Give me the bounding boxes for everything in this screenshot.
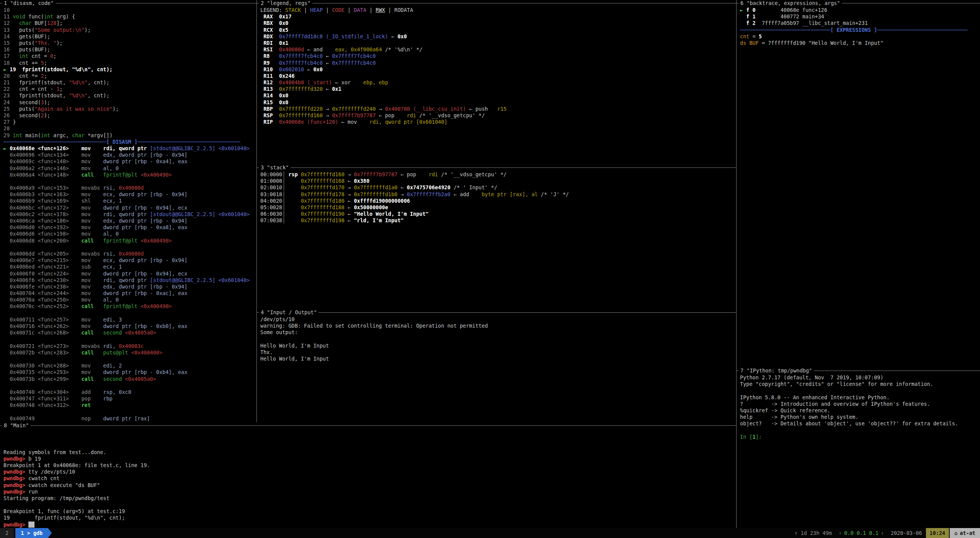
text-segment: 0 (50, 53, 53, 59)
text-segment: ───────────────────────────────── (138, 139, 240, 145)
pane-content-ipython[interactable]: Python 2.7.17 (default, Nov 7 2019, 10:0… (737, 374, 980, 528)
text-segment: 19 (10, 66, 16, 72)
pane-input-output[interactable]: 4 "Input / Output" /dev/pts/10warning: G… (257, 309, 736, 422)
text-segment: LEGEND: (260, 7, 285, 13)
text-segment: ; (59, 86, 62, 92)
text-segment: R10 (260, 66, 279, 72)
text-segment: pwndbg> (3, 522, 28, 528)
text-segment: 24 (3, 99, 13, 105)
terminal-line: 29 int main(int argc, char *argv[]) (3, 132, 257, 139)
pane-border-top: 4 "Input / Output" (257, 309, 736, 316)
text-segment: R14 (260, 92, 279, 98)
text-segment: ← (376, 112, 385, 118)
pane-title-backtrace: 6 "backtrace, expressions, args" (738, 0, 842, 7)
text-segment (215, 211, 219, 217)
terminal-line: 0x4006b9 <func+169> shl ecx, 1 (3, 198, 257, 204)
text-segment (3, 257, 10, 263)
pane-ipython[interactable]: 7 "IPython: tmp/pwndbg" Python 2.7.17 (d… (737, 367, 980, 528)
text-segment (13, 20, 19, 26)
text-segment: 0x4006c2 <func+178> mov (10, 211, 103, 217)
pane-backtrace[interactable]: 6 "backtrace, expressions, args" ► f 0 4… (737, 0, 980, 367)
text-segment: *argv[]) (84, 132, 112, 138)
text-segment: R8 (260, 53, 279, 59)
terminal-line: 0x400735 <func+293> mov dword ptr [rbp -… (3, 369, 257, 376)
pane-content-disasm-code[interactable]: 1011 void func(int arg) {12 char BUF[128… (0, 7, 257, 422)
text-segment: second( (13, 99, 41, 105)
terminal-line: /dev/pts/10 (260, 316, 736, 323)
text-segment: 0x40072b <func+283> (10, 349, 81, 356)
text-segment: 20 (3, 73, 13, 79)
text-segment: 0x400696 <func+134> mov (10, 152, 103, 158)
pane-legend-regs[interactable]: 2 "legend, regs" LEGEND: STACK | HEAP | … (257, 0, 736, 164)
text-segment: R9 (260, 60, 279, 66)
terminal-line: RIP 0x40068e (func+126) ← mov rdi, qword… (260, 119, 736, 125)
terminal-line: 00:0000│ rsp 0x7fffffffd160 → 0x7ffff7b9… (260, 171, 736, 178)
chevron-separator-icon: ‹ (881, 530, 884, 536)
terminal-line: 0x40070a <func+250> mov al, 0 (3, 297, 257, 303)
terminal-line: f 2 7ffff7a05b97 __libc_start_main+231 (740, 20, 980, 26)
terminal-line: 0x4006d0 <func+192> mov dword ptr [rbp -… (3, 224, 257, 231)
text-segment: │ (282, 204, 285, 210)
terminal-line: 16 puts(BUF); (3, 46, 257, 53)
tmux-window-active-gdb[interactable]: 1 > gdb (15, 528, 48, 538)
terminal-line: RDX 0x7ffff7dd18c0 (_IO_stdfile_1_lock) … (260, 33, 736, 40)
text-segment: 0x400749 nop (10, 415, 103, 422)
text-segment: warning: GDB: Failed to set controlling … (260, 323, 488, 329)
text-segment: ; (44, 73, 47, 79)
terminal-line: 0x4006d6 <func+198> mov al, 0 (3, 231, 257, 237)
text-segment: 25 (3, 106, 13, 112)
pane-content-stack[interactable]: 00:0000│ rsp 0x7fffffffd160 → 0x7ffff7b9… (257, 171, 736, 309)
terminal-line: Thx. (260, 349, 736, 356)
text-segment: R13 (260, 86, 279, 92)
text-segment: second( (13, 112, 41, 118)
text-segment: mov (69, 145, 103, 151)
text-segment: Hello World, I'm Input (260, 343, 329, 349)
text-segment: 0x4006e7 <func+215> mov (10, 257, 103, 263)
pane-content-input-output[interactable]: /dev/pts/10warning: GDB: Failed to set c… (257, 316, 736, 422)
text-segment (3, 297, 10, 303)
terminal-line: ds BUF = 7fffffffd190 "Hello World, I'm … (740, 40, 980, 46)
pane-stack[interactable]: 3 "stack" 00:0000│ rsp 0x7fffffffd160 → … (257, 164, 736, 309)
text-segment: ecx, dword ptr [rbp - 0x94] (103, 191, 187, 197)
text-segment: rsp (288, 171, 298, 177)
terminal-line: 04:0020│ 0x7fffffffd180 ← 0xffffd1900000… (260, 198, 736, 204)
text-segment (285, 217, 301, 223)
text-segment: 0x7fffffffd198 (301, 217, 345, 223)
terminal-line: 0x400704 <func+244> mov dword ptr [rbp -… (3, 290, 257, 297)
text-segment: 0x4006d0 <func+192> mov (10, 224, 103, 230)
text-segment: 21 (3, 79, 13, 85)
terminal-line: Hello World, I'm Input (260, 343, 736, 349)
terminal-line: 27 } (3, 119, 257, 125)
text-segment: } (13, 119, 16, 125)
pane-content-backtrace[interactable]: ► f 0 40068e func+126 f 1 400772 main+34… (737, 7, 980, 367)
text-segment: 28 (3, 125, 10, 131)
terminal-line (3, 336, 257, 343)
pane-content-main[interactable]: Reading symbols from test...done.pwndbg>… (0, 429, 736, 528)
text-segment: /* ' Input' */ (451, 184, 497, 190)
text-segment: ← (344, 178, 354, 184)
text-segment: │ (282, 184, 285, 190)
text-segment: push (475, 106, 497, 112)
tmux-window-2[interactable]: 2 (0, 528, 14, 538)
text-segment: gets(BUF); (13, 33, 50, 39)
text-segment: 0x40068e (func+126) (279, 119, 338, 125)
text-segment: │ (282, 171, 285, 177)
pane-content-legend-regs[interactable]: LEGEND: STACK | HEAP | CODE | DATA | RWX… (257, 7, 736, 164)
text-segment: ← (323, 53, 332, 59)
pane-main[interactable]: 8 "Main" Reading symbols from test...don… (0, 422, 736, 528)
text-segment: ); (44, 112, 50, 118)
terminal-line: 0x40069c <func+140> mov dword ptr [rbp -… (3, 158, 257, 165)
text-segment: 13 (3, 27, 13, 33)
pane-disasm-code[interactable]: 1 "disasm, code" 1011 void func(int arg)… (0, 0, 257, 422)
text-segment: rbp (103, 395, 112, 402)
terminal-line: R13 0x7fffffffd320 ← 0x1 (260, 86, 736, 92)
text-segment: ); (113, 106, 119, 112)
text-segment: help -> Python's own help system. (740, 414, 858, 420)
text-segment: [ DISASM ] (106, 139, 137, 145)
text-segment: 0x4006a2 <func+146> mov (10, 165, 103, 171)
terminal-line: 0x400730 <func+288> mov edi, 2 (3, 362, 257, 369)
text-segment: 02:0010 (260, 184, 282, 190)
terminal-line (3, 442, 736, 449)
text-segment: 3 (41, 99, 44, 105)
tmux-status-bar: 2 1 > gdb ↑ 1d 23h 49m ‹ 0.0 0.1 0.1 ‹ 2… (0, 528, 980, 538)
